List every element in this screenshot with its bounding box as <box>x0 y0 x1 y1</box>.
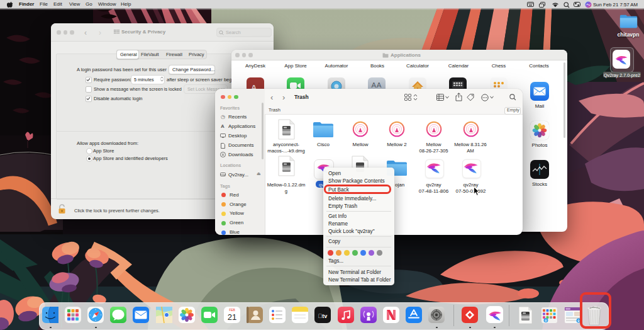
svg-text:FEB: FEB <box>229 308 235 312</box>
svg-text:tv: tv <box>318 313 328 319</box>
svg-text:21: 21 <box>228 312 236 322</box>
